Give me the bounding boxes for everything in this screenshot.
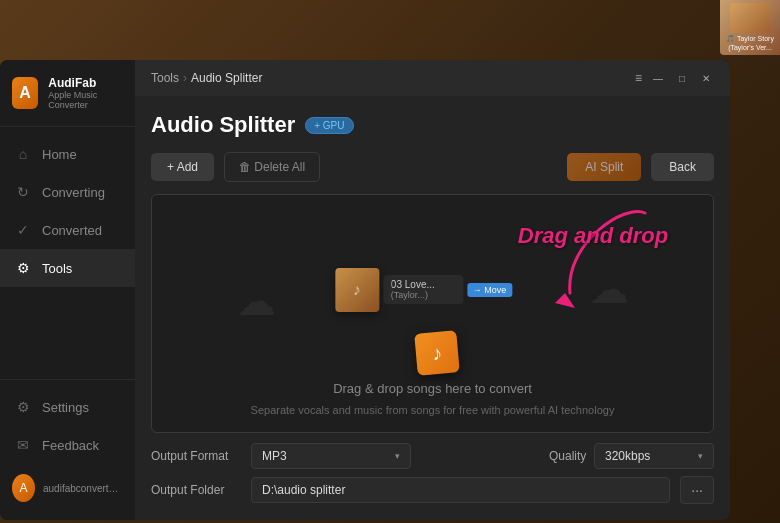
cloud-left-icon: ☁ bbox=[236, 278, 276, 324]
ai-split-button[interactable]: AI Split bbox=[567, 153, 641, 181]
quality-select[interactable]: 320kbps ▾ bbox=[594, 443, 714, 469]
gpu-badge: + GPU bbox=[305, 117, 353, 134]
minimize-button[interactable]: — bbox=[650, 70, 666, 86]
output-format-select[interactable]: MP3 ▾ bbox=[251, 443, 411, 469]
settings-icon: ⚙ bbox=[14, 398, 32, 416]
sidebar-label-tools: Tools bbox=[42, 261, 72, 276]
sidebar-item-settings[interactable]: ⚙ Settings bbox=[0, 388, 135, 426]
breadcrumb-parent: Tools bbox=[151, 71, 179, 85]
close-button[interactable]: ✕ bbox=[698, 70, 714, 86]
track-artist: (Taylor...) bbox=[391, 290, 455, 300]
quality-value: 320kbps bbox=[605, 449, 650, 463]
content-area: Audio Splitter + GPU + Add 🗑 Delete All … bbox=[135, 96, 730, 520]
toolbar: + Add 🗑 Delete All AI Split Back bbox=[151, 152, 714, 182]
sidebar-label-home: Home bbox=[42, 147, 77, 162]
breadcrumb-separator: › bbox=[183, 71, 187, 85]
sidebar-label-feedback: Feedback bbox=[42, 438, 99, 453]
drag-icon-symbol: ♪ bbox=[431, 342, 443, 366]
format-quality-row: Output Format MP3 ▾ Quality 320kbps ▾ bbox=[151, 443, 714, 469]
bottom-options: Output Format MP3 ▾ Quality 320kbps ▾ Ou… bbox=[151, 433, 714, 504]
output-folder-label: Output Folder bbox=[151, 483, 241, 497]
sidebar-label-settings: Settings bbox=[42, 400, 89, 415]
output-format-value: MP3 bbox=[262, 449, 287, 463]
sidebar-item-converted[interactable]: ✓ Converted bbox=[0, 211, 135, 249]
sidebar-item-home[interactable]: ⌂ Home bbox=[0, 135, 135, 173]
sidebar-nav: ⌂ Home ↻ Converting ✓ Converted ⚙ Tools bbox=[0, 127, 135, 379]
output-folder-field[interactable]: D:\audio splitter bbox=[251, 477, 670, 503]
sidebar-item-converting[interactable]: ↻ Converting bbox=[0, 173, 135, 211]
feedback-icon: ✉ bbox=[14, 436, 32, 454]
menu-icon[interactable]: ≡ bbox=[635, 71, 642, 85]
folder-more-button[interactable]: ··· bbox=[680, 476, 714, 504]
track-info-card: 03 Love... (Taylor...) bbox=[383, 275, 463, 304]
drag-card: 03 Love... (Taylor...) → Move bbox=[335, 268, 513, 312]
user-profile[interactable]: A audifabconverter@gmail.c... bbox=[0, 464, 135, 512]
svg-marker-0 bbox=[555, 293, 575, 308]
drag-icon: ♪ bbox=[414, 331, 460, 377]
sidebar: A AudiFab Apple Music Converter ⌂ Home ↻… bbox=[0, 60, 135, 520]
delete-all-button[interactable]: 🗑 Delete All bbox=[224, 152, 320, 182]
maximize-button[interactable]: □ bbox=[674, 70, 690, 86]
drag-and-drop-label: Drag and drop bbox=[518, 223, 668, 249]
sidebar-label-converting: Converting bbox=[42, 185, 105, 200]
breadcrumb-current: Audio Splitter bbox=[191, 71, 262, 85]
avatar: A bbox=[12, 474, 35, 502]
logo-title: AudiFab bbox=[48, 76, 123, 90]
tools-icon: ⚙ bbox=[14, 259, 32, 277]
cloud-right-icon: ☁ bbox=[589, 266, 629, 312]
format-chevron-icon: ▾ bbox=[395, 451, 400, 461]
converted-icon: ✓ bbox=[14, 221, 32, 239]
title-bar: Tools › Audio Splitter ≡ — □ ✕ bbox=[135, 60, 730, 96]
user-email: audifabconverter@gmail.c... bbox=[43, 483, 123, 494]
page-title-row: Audio Splitter + GPU bbox=[151, 112, 714, 138]
drop-zone-main-text: Drag & drop songs here to convert bbox=[333, 381, 532, 396]
page-title: Audio Splitter bbox=[151, 112, 295, 138]
app-window: A AudiFab Apple Music Converter ⌂ Home ↻… bbox=[0, 60, 730, 520]
logo-icon: A bbox=[12, 77, 38, 109]
folder-row: Output Folder D:\audio splitter ··· bbox=[151, 476, 714, 504]
sidebar-logo: A AudiFab Apple Music Converter bbox=[0, 60, 135, 127]
window-controls: ≡ — □ ✕ bbox=[635, 70, 714, 86]
output-format-label: Output Format bbox=[151, 449, 241, 463]
converting-icon: ↻ bbox=[14, 183, 32, 201]
track-name: 03 Love... bbox=[391, 279, 455, 290]
main-content: Tools › Audio Splitter ≡ — □ ✕ Audio Spl… bbox=[135, 60, 730, 520]
drop-zone[interactable]: ☁ ☁ 03 Love... (Taylor...) → Move ♪ bbox=[151, 194, 714, 433]
logo-text: AudiFab Apple Music Converter bbox=[48, 76, 123, 110]
logo-subtitle: Apple Music Converter bbox=[48, 90, 123, 110]
output-folder-value: D:\audio splitter bbox=[262, 483, 345, 497]
breadcrumb: Tools › Audio Splitter bbox=[151, 71, 262, 85]
thumbnail-image bbox=[730, 3, 770, 33]
sidebar-bottom: ⚙ Settings ✉ Feedback A audifabconverter… bbox=[0, 379, 135, 520]
corner-thumbnail: 🎵 Taylor Story (Taylor's Ver... bbox=[720, 0, 780, 55]
album-thumbnail bbox=[335, 268, 379, 312]
sidebar-item-tools[interactable]: ⚙ Tools bbox=[0, 249, 135, 287]
back-button[interactable]: Back bbox=[651, 153, 714, 181]
home-icon: ⌂ bbox=[14, 145, 32, 163]
sidebar-label-converted: Converted bbox=[42, 223, 102, 238]
sidebar-item-feedback[interactable]: ✉ Feedback bbox=[0, 426, 135, 464]
drag-arrow bbox=[485, 194, 685, 383]
move-badge: → Move bbox=[467, 283, 513, 297]
quality-chevron-icon: ▾ bbox=[698, 451, 703, 461]
add-button[interactable]: + Add bbox=[151, 153, 214, 181]
quality-label: Quality bbox=[529, 449, 584, 463]
thumbnail-text: 🎵 Taylor Story (Taylor's Ver... bbox=[726, 35, 774, 52]
drop-zone-sub-text: Separate vocals and music from songs for… bbox=[251, 404, 615, 416]
